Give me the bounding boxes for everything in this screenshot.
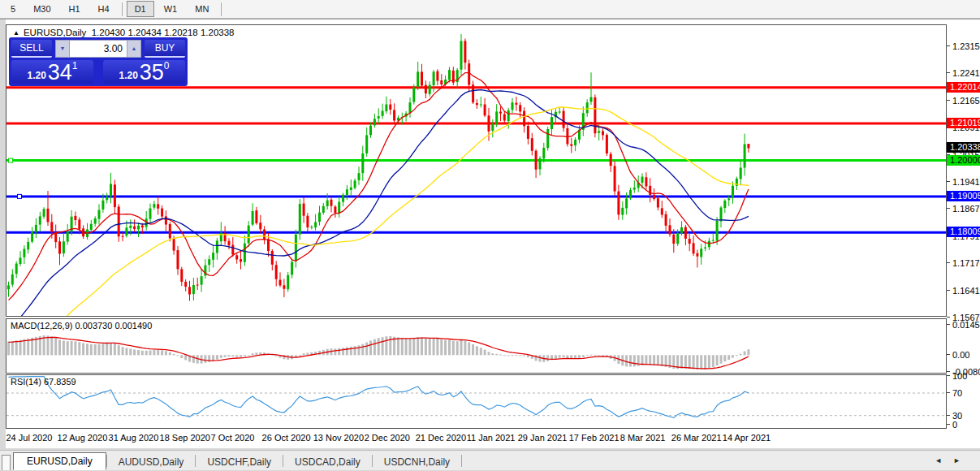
sell-price-display[interactable]: 1.20341 xyxy=(11,60,93,84)
price-badge: 1.20000 xyxy=(947,155,980,166)
timeframe-toolbar: 5M30H1H4D1W1MN xyxy=(0,0,980,19)
buy-price-display[interactable]: 1.20350 xyxy=(103,60,185,84)
tab-usdcad[interactable]: USDCAD,Daily xyxy=(283,454,372,470)
price-tick: 1.22410 xyxy=(947,68,980,78)
buy-price-big: 35 xyxy=(140,63,164,83)
date-label: 7 Oct 2020 xyxy=(211,433,255,443)
date-label: 26 Mar 2021 xyxy=(671,433,722,443)
date-label: 2 Dec 2020 xyxy=(365,433,410,443)
buy-button[interactable]: BUY xyxy=(145,40,185,58)
tab-scroll-arrows: ◄► xyxy=(935,456,972,465)
date-label: 14 Apr 2021 xyxy=(723,433,771,443)
one-click-trading-panel: SELL ▼ 3.00 ▲ BUY 1.20341 1.20350 xyxy=(9,37,188,86)
timeframe-button-m30[interactable]: M30 xyxy=(25,1,58,17)
tab-separator xyxy=(461,455,462,467)
toolbar-separator xyxy=(221,2,222,16)
date-label: 21 Dec 2020 xyxy=(416,433,466,443)
toolbar-separator xyxy=(122,2,123,16)
price-badge: 1.19005 xyxy=(947,191,980,201)
date-label: 26 Oct 2020 xyxy=(262,433,311,443)
date-axis[interactable]: 24 Jul 202012 Aug 202031 Aug 202018 Sep … xyxy=(6,430,947,448)
macd-label: MACD(12,26,9) 0.003730 0.001490 xyxy=(11,321,152,331)
price-badge: 1.22014 xyxy=(947,82,980,93)
date-label: 31 Aug 2020 xyxy=(109,433,159,443)
timeframe-button-h4[interactable]: H4 xyxy=(90,1,118,17)
price-badge: 1.18009 xyxy=(947,227,980,237)
price-badge: 1.20338 xyxy=(947,142,980,153)
timeframe-button-m5[interactable]: 5 xyxy=(2,1,24,17)
buy-price-sup: 0 xyxy=(164,61,170,71)
chart-ohlc-values: 1.20430 1.20434 1.20218 1.20338 xyxy=(92,28,235,37)
price-chart-pane[interactable]: ▲EURUSD,Daily 1.20430 1.20434 1.20218 1.… xyxy=(6,24,947,317)
tab-usdcnh[interactable]: USDCNH,Daily xyxy=(373,454,461,470)
tab-scroll-left-icon[interactable]: ◄ xyxy=(935,456,953,465)
tab-stub[interactable] xyxy=(2,455,11,470)
rsi-indicator-pane[interactable]: RSI(14) 67.8359 xyxy=(6,374,947,429)
timeframe-button-d1[interactable]: D1 xyxy=(127,1,154,17)
date-label: 13 Nov 2020 xyxy=(313,433,364,443)
tab-scroll-right-icon[interactable]: ► xyxy=(953,456,972,465)
price-tick: 1.21650 xyxy=(947,96,980,106)
buy-price-prefix: 1.20 xyxy=(119,69,137,83)
date-label: 17 Feb 2021 xyxy=(569,433,620,443)
rsi-label: RSI(14) 67.8359 xyxy=(11,377,76,387)
price-tick: 1.16410 xyxy=(947,286,980,296)
date-label: 29 Jan 2021 xyxy=(518,433,568,443)
sell-button[interactable]: SELL xyxy=(11,40,52,58)
date-label: 24 Jul 2020 xyxy=(6,433,53,443)
macd-indicator-pane[interactable]: MACD(12,26,9) 0.003730 0.001490 xyxy=(6,318,947,374)
volume-field[interactable]: 3.00 xyxy=(70,40,127,58)
chart-tab-bar: EURUSD,DailyAUDUSD,DailyUSDCHF,DailyUSDC… xyxy=(0,450,980,470)
sell-price-prefix: 1.20 xyxy=(27,69,45,83)
price-tick: 1.18670 xyxy=(947,204,980,214)
macd-tick: 0.00 xyxy=(947,350,980,360)
tab-audusd[interactable]: AUDUSD,Daily xyxy=(107,454,196,470)
date-label: 18 Sep 2020 xyxy=(160,433,210,443)
chart-title: ▲EURUSD,Daily 1.20430 1.20434 1.20218 1.… xyxy=(13,28,235,37)
timeframe-button-w1[interactable]: W1 xyxy=(156,1,186,17)
tab-usdchf[interactable]: USDCHF,Daily xyxy=(196,454,283,470)
rsi-plot[interactable] xyxy=(6,375,946,428)
rsi-line xyxy=(9,377,749,418)
rsi-tick: 70 xyxy=(947,388,980,398)
volume-decrease-button[interactable]: ▼ xyxy=(55,40,70,58)
date-label: 11 Jan 2021 xyxy=(467,433,516,443)
sell-price-sup: 1 xyxy=(72,61,78,71)
collapse-icon[interactable]: ▲ xyxy=(13,29,19,37)
chart-symbol-label: EURUSD,Daily xyxy=(24,28,86,37)
price-tick: 1.23150 xyxy=(947,41,980,51)
level-handle[interactable] xyxy=(9,158,13,162)
rsi-tick: 30 xyxy=(947,411,980,421)
price-axis[interactable]: 1.231501.224101.216501.209101.201501.194… xyxy=(947,19,980,448)
price-tick: 1.19410 xyxy=(947,177,980,187)
timeframe-button-mn[interactable]: MN xyxy=(187,1,217,17)
volume-increase-button[interactable]: ▲ xyxy=(127,40,141,58)
price-tick: 1.17170 xyxy=(947,258,980,268)
volume-stepper: ▼ 3.00 ▲ xyxy=(55,40,141,58)
macd-tick: 0.014509 xyxy=(947,320,980,330)
timeframe-button-h1[interactable]: H1 xyxy=(61,1,89,17)
sell-price-big: 34 xyxy=(48,63,72,83)
date-label: 12 Aug 2020 xyxy=(58,433,108,443)
date-label: 8 Mar 2021 xyxy=(620,433,666,443)
rsi-tick: 100 xyxy=(947,371,980,381)
tab-eurusd[interactable]: EURUSD,Daily xyxy=(13,452,106,470)
rsi-tick: 0 xyxy=(947,420,980,430)
price-badge: 1.21019 xyxy=(947,118,980,128)
level-handle[interactable] xyxy=(18,194,22,198)
